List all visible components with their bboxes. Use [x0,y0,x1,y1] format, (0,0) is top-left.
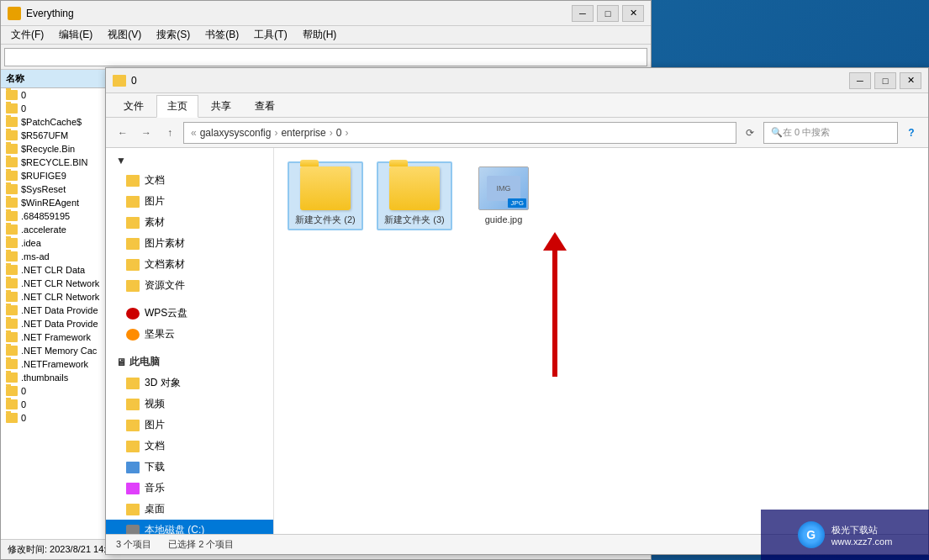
address-box[interactable]: « galaxysysconfig › enterprise › 0 › [183,122,736,144]
file-item-folder-2[interactable]: 新建文件夹 (2) [288,161,363,230]
sidebar-item-recycle-bin-1[interactable]: $Recycle.Bin [1,142,109,156]
nav-item-documents[interactable]: 文档 [106,170,273,191]
sidebar-item-0-3[interactable]: 0 [1,384,109,398]
sidebar-item-0-5[interactable]: 0 [1,411,109,425]
pc-icon: 🖥 [116,357,126,368]
nav-item-pic[interactable]: 图片 [106,415,273,436]
folder-icon [6,346,18,356]
address-galaxysysconfig[interactable]: galaxysysconfig [200,127,272,139]
everything-close-btn[interactable]: ✕ [622,5,644,22]
search-placeholder: 在 0 中搜索 [783,126,830,139]
everything-title: Everything [26,8,572,19]
everything-minimize-btn[interactable]: ─ [572,5,594,22]
sidebar-item-recycle-bin-2[interactable]: $RECYCLE.BIN [1,156,109,169]
folder-icon [6,332,18,342]
explorer-window-controls: ─ □ ✕ [849,72,921,89]
everything-search-input[interactable] [4,48,647,66]
menu-tools[interactable]: 工具(T) [247,26,293,44]
tab-file[interactable]: 文件 [113,95,155,117]
nav-refresh-btn[interactable]: ⟳ [740,123,760,143]
tab-home[interactable]: 主页 [156,95,198,118]
nav-item-wps[interactable]: WPS云盘 [106,303,273,324]
nav-item-music[interactable]: 音乐 [106,478,273,499]
explorer-minimize-btn[interactable]: ─ [849,72,871,89]
sidebar-item-0-2[interactable]: 0 [1,102,109,115]
file-item-guide-jpg[interactable]: IMG JPG guide.jpg [466,161,541,230]
sidebar-item-net-memory[interactable]: .NET Memory Cac [1,344,109,357]
nav-item-download[interactable]: 下载 [106,457,273,478]
sidebar-item-thumbnails[interactable]: .thumbnails [1,371,109,384]
file-label: 新建文件夹 (2) [295,214,356,225]
nav-folder-icon [126,378,140,389]
sidebar-item-net-framework-1[interactable]: .NET Framework [1,330,109,344]
arrow-head [543,232,567,251]
sidebar-item-accelerate[interactable]: .accelerate [1,223,109,236]
sidebar-item-net-framework-2[interactable]: .NETFramework [1,357,109,371]
nav-item-doc[interactable]: 文档 [106,436,273,457]
sidebar-item-winreagent[interactable]: $WinREAgent [1,196,109,209]
nav-item-material[interactable]: 素材 [106,212,273,233]
menu-file[interactable]: 文件(F) [4,26,50,44]
nav-folder-icon [126,441,140,452]
explorer-addressbar: ← → ↑ « galaxysysconfig › enterprise › 0… [106,118,928,148]
watermark-text: 极光下载站 www.xzz7.com [831,524,893,547]
menu-search[interactable]: 搜索(S) [150,26,197,44]
sidebar-item-0-1[interactable]: 0 [1,88,109,102]
explorer-titlebar: 0 ─ □ ✕ [106,68,928,93]
folder-icon [6,399,18,409]
menu-bookmark[interactable]: 书签(B) [198,26,245,44]
nav-item-resource[interactable]: 资源文件 [106,275,273,296]
folder-icon [6,413,18,423]
sidebar-item-net-clr-network-1[interactable]: .NET CLR Network [1,277,109,290]
explorer-ribbon: 文件 主页 共享 查看 [106,93,928,118]
address-0[interactable]: 0 [336,127,342,139]
folder-icon [6,265,18,275]
everything-menubar: 文件(F) 编辑(E) 视图(V) 搜索(S) 书签(B) 工具(T) 帮助(H… [1,26,651,45]
nav-item-picture-material[interactable]: 图片素材 [106,233,273,254]
nav-item-drive-c[interactable]: 本地磁盘 (C:) [106,520,273,534]
sidebar-item-sysreset[interactable]: $SysReset [1,182,109,196]
folder-icon [6,278,18,288]
nav-up-btn[interactable]: ↑ [160,123,180,143]
tab-share[interactable]: 共享 [200,95,242,117]
sidebar-item-net-data-provider-1[interactable]: .NET Data Provide [1,304,109,317]
everything-maximize-btn[interactable]: □ [597,5,619,22]
nav-folder-icon [126,238,140,250]
nav-item-3d[interactable]: 3D 对象 [106,372,273,394]
menu-edit[interactable]: 编辑(E) [52,26,99,44]
file-item-folder-3[interactable]: 新建文件夹 (3) [377,161,452,230]
nav-item-doc-material[interactable]: 文档素材 [106,254,273,275]
menu-help[interactable]: 帮助(H) [296,26,344,44]
sidebar-item-0-4[interactable]: 0 [1,398,109,411]
sidebar-item-r567ufm[interactable]: $R567UFM [1,129,109,142]
address-enterprise[interactable]: enterprise [281,127,325,139]
explorer-search-box[interactable]: 🔍 在 0 中搜索 [763,122,898,144]
sidebar-item-net-clr-network-2[interactable]: .NET CLR Network [1,290,109,304]
nav-expand-btn[interactable]: ▼ [106,151,273,170]
sidebar-item-msad[interactable]: .ms-ad [1,250,109,263]
nav-forward-btn[interactable]: → [136,123,156,143]
sidebar-item-patchcache[interactable]: $PatchCache$ [1,115,109,129]
tab-view[interactable]: 查看 [244,95,286,117]
sidebar-item-net-data-provider-2[interactable]: .NET Data Provide [1,317,109,330]
sidebar-item-rufige9[interactable]: $RUFIGE9 [1,169,109,182]
address-sep-1: « [191,127,197,139]
help-btn[interactable]: ? [901,123,921,143]
nav-item-jg[interactable]: 坚果云 [106,324,273,345]
explorer-content: 新建文件夹 (2) 新建文件夹 (3) IMG JPG [274,148,928,534]
nav-pc-header[interactable]: 🖥 此电脑 [106,351,273,372]
explorer-close-btn[interactable]: ✕ [900,72,921,89]
folder-icon [6,386,18,396]
sidebar-item-net-clr-data[interactable]: .NET CLR Data [1,263,109,277]
sidebar-item-684[interactable]: .684859195 [1,209,109,223]
folder-icon [6,117,18,127]
nav-item-desktop[interactable]: 桌面 [106,499,273,520]
nav-back-btn[interactable]: ← [113,123,133,143]
menu-view[interactable]: 视图(V) [101,26,148,44]
explorer-maximize-btn[interactable]: □ [874,72,896,89]
sidebar-item-idea[interactable]: .idea [1,236,109,250]
nav-jg-icon [126,329,140,341]
nav-item-pictures[interactable]: 图片 [106,191,273,212]
nav-item-video[interactable]: 视频 [106,394,273,415]
explorer-window: 0 ─ □ ✕ 文件 主页 共享 查看 ← → ↑ « galaxysyscon… [105,67,929,555]
